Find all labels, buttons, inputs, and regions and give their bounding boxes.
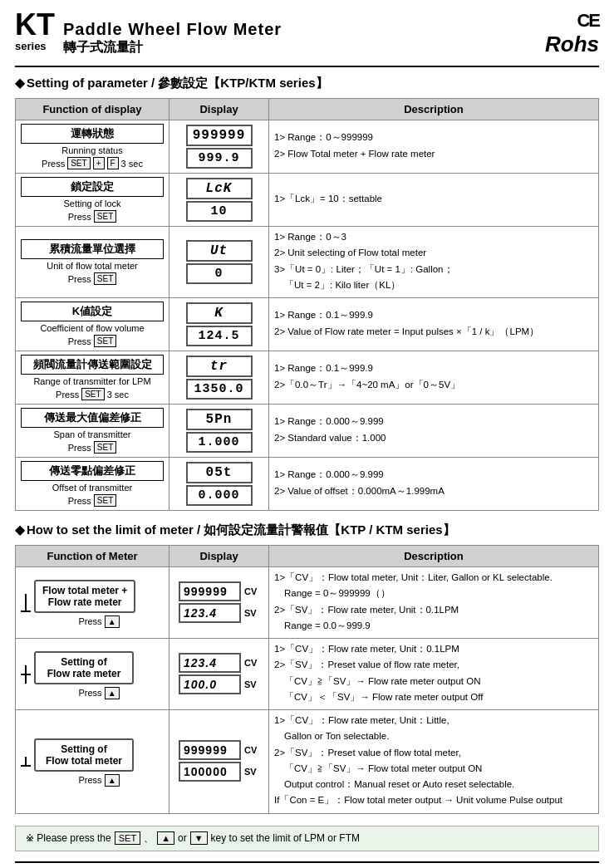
th-meter-description: Description (269, 546, 599, 567)
display-bottom-running: 999.9 (186, 148, 253, 169)
meter-table: Function of Meter Display Description Fl… (15, 545, 599, 814)
func-zh-lock: 鎖定設定 (21, 177, 164, 197)
func-press-running: Press SET + F 3 sec (21, 157, 164, 169)
display-cell-running: 999999 999.9 (169, 120, 269, 174)
title-zh: 轉子式流量計 (63, 39, 282, 56)
note-suffix: key to set the limit of LPM or FTM (211, 832, 360, 844)
desc-meter-1: 1>「CV」：Flow total meter, Unit：Liter, Gal… (269, 567, 599, 639)
f-key: F (107, 157, 119, 169)
series-label: series (15, 40, 55, 52)
title-en: Paddle Wheel Flow Meter (63, 20, 282, 39)
func-press-lock: Press SET (21, 210, 164, 223)
f-btn: + (93, 157, 105, 169)
title-block: Paddle Wheel Flow Meter 轉子式流量計 (63, 20, 282, 56)
meter-func-2: Setting ofFlow rate meter Press ▲ (16, 639, 169, 710)
set-btn-k: SET (94, 335, 116, 347)
display-top-span: 5Pn (186, 409, 253, 430)
sv-label-2: SV (244, 679, 259, 689)
sv-display-2: 100.0 (179, 674, 241, 694)
rohs-mark: Rohs (545, 32, 599, 57)
set-btn-tr: SET (81, 388, 104, 400)
connector-horiz (21, 611, 31, 612)
display-bottom-span: 1.000 (186, 432, 253, 453)
meter-box-2: Setting ofFlow rate meter (34, 651, 134, 684)
parameter-table: Function of display Display Description … (15, 98, 599, 511)
table-row: 累積流量單位選擇 Unit of flow total meter Press … (16, 227, 599, 298)
table-row: 傳送最大值偏差修正 Span of transmitter Press SET … (16, 405, 599, 458)
th-display: Display (169, 99, 269, 120)
kt-logo: KT (15, 10, 55, 40)
func-en-k: Coefficient of flow volume (21, 323, 164, 333)
func-cell-k: K値設定 Coefficient of flow volume Press SE… (16, 298, 169, 351)
func-zh-span: 傳送最大值偏差修正 (21, 408, 164, 428)
th-description: Description (269, 99, 599, 120)
brand-block: KT series (15, 10, 55, 52)
func-en-lock: Setting of lock (21, 199, 164, 208)
arrow-up-btn-3[interactable]: ▲ (105, 774, 120, 787)
table-row: Setting ofFlow rate meter Press ▲ 123.4 … (16, 639, 599, 710)
desc-tr: 1> Range：0.1～999.9 2>「0.0～Tr」→「4~20 mA」o… (269, 351, 599, 405)
table-row: 鎖定設定 Setting of lock Press SET LcK 10 (16, 174, 599, 227)
cv-label-1: CV (244, 586, 259, 596)
func-zh-unit: 累積流量單位選擇 (21, 239, 164, 259)
section1-title: Setting of parameter / 參數設定【KTP/KTM seri… (15, 76, 599, 91)
th-meter-function: Function of Meter (16, 546, 169, 567)
func-cell-span: 傳送最大值偏差修正 Span of transmitter Press SET (16, 405, 169, 458)
func-en-offset: Offset of transmitter (21, 483, 164, 493)
display-bottom-k: 124.5 (186, 326, 253, 346)
set-btn-span: SET (94, 441, 116, 454)
set-btn-offset: SET (94, 494, 116, 507)
meter-func-3: Setting ofFlow total meter Press ▲ (16, 710, 169, 814)
table-row: 運轉狀態 Running status Press SET + F 3 sec (16, 120, 599, 174)
display-top-tr: tr (186, 356, 253, 377)
header-divider (15, 66, 599, 67)
arrow-up-btn-2[interactable]: ▲ (105, 687, 120, 699)
press-arrow-2: Press ▲ (34, 688, 164, 698)
display-cell-offset: 05t 0.000 (169, 458, 269, 511)
func-press-span: Press SET (21, 441, 164, 454)
desc-offset: 1> Range：0.000～9.999 2> Value of offset：… (269, 458, 599, 511)
func-cell-running: 運轉狀態 Running status Press SET + F 3 sec (16, 120, 169, 174)
display-cell-unit: Ut 0 (169, 227, 269, 298)
cv-display-1: 999999 (179, 581, 241, 601)
set-btn-lock: SET (94, 210, 116, 223)
func-cell-tr: 頻閥流量計傳送範圍設定 Range of transmitter for LPM… (16, 351, 169, 405)
func-press-unit: Press SET (21, 272, 164, 285)
page-footer: FOTEK 3 (15, 861, 599, 869)
func-cell-offset: 傳送零點偏差修正 Offset of transmitter Press SET (16, 458, 169, 511)
func-cell-lock: 鎖定設定 Setting of lock Press SET (16, 174, 169, 227)
desc-unit: 1> Range：0～3 2> Unit selecting of Flow t… (269, 227, 599, 298)
ce-mark: CE (577, 10, 599, 32)
func-en-unit: Unit of flow total meter (21, 261, 164, 271)
press-arrow-3: Press ▲ (34, 775, 164, 785)
meter-display-1: 999999 CV 123.4 SV (169, 567, 269, 639)
func-cell-unit: 累積流量單位選擇 Unit of flow total meter Press … (16, 227, 169, 298)
th-function: Function of display (16, 99, 169, 120)
down-key: ▼ (190, 831, 208, 845)
cv-label-3: CV (244, 745, 259, 755)
func-press-k: Press SET (21, 335, 164, 347)
desc-lock: 1>「Lck」= 10：settable (269, 174, 599, 227)
cv-display-2: 123.4 (179, 653, 241, 673)
sv-label-3: SV (244, 767, 259, 777)
note-asterisk: ※ Please press the (26, 832, 111, 844)
display-top-offset: 05t (186, 462, 253, 483)
meter-box-3: Setting ofFlow total meter (34, 738, 134, 772)
func-zh-running: 運轉狀態 (21, 124, 164, 144)
cv-display-3: 999999 (179, 740, 241, 760)
table-row: Setting ofFlow total meter Press ▲ 99999… (16, 710, 599, 814)
sv-label-1: SV (244, 608, 259, 618)
arrow-up-btn-1[interactable]: ▲ (105, 615, 120, 628)
display-cell-lock: LcK 10 (169, 174, 269, 227)
desc-running: 1> Range：0～999999 2> Flow Total meter + … (269, 120, 599, 174)
up-key: ▲ (157, 831, 174, 845)
set-btn-unit: SET (94, 272, 116, 285)
display-bottom-offset: 0.000 (186, 485, 253, 506)
display-top-unit: Ut (186, 240, 253, 262)
display-bottom-lock: 10 (186, 201, 253, 222)
display-cell-tr: tr 1350.0 (169, 351, 269, 405)
func-zh-tr: 頻閥流量計傳送範圍設定 (21, 355, 164, 375)
func-press-offset: Press SET (21, 494, 164, 507)
sv-display-3: 100000 (179, 762, 241, 782)
table-row: Flow total meter +Flow rate meter Press … (16, 567, 599, 639)
